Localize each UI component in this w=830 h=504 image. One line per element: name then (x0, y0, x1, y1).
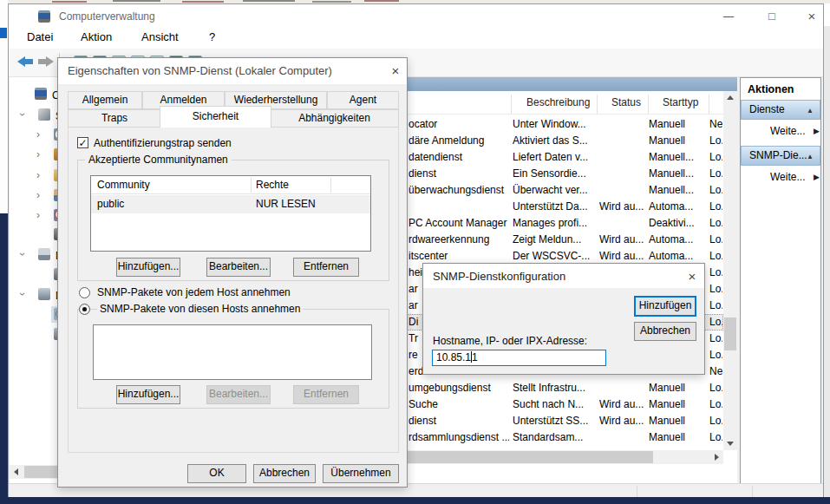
hosts-remove-button[interactable]: Entfernen (293, 385, 359, 404)
collapse-icon[interactable]: ▲ (807, 147, 814, 167)
column-header-status[interactable]: Status (611, 91, 660, 115)
community-edit-button[interactable]: Bearbeiten... (206, 258, 271, 277)
action-section-dienste[interactable]: Dienste▲ (741, 100, 820, 120)
chevron-right-icon[interactable]: › (36, 128, 40, 141)
community-column-header[interactable]: Community (97, 177, 245, 193)
tools-icon[interactable] (38, 108, 50, 121)
accept-these-hosts-radio[interactable] (79, 304, 90, 315)
service-row[interactable]: Unterstützt Da...Wird au...Automa...Lo..… (402, 199, 723, 215)
service-row[interactable]: PC Account ManagerManages profi...Deakti… (402, 215, 723, 232)
menu-item-help[interactable]: ? (206, 28, 223, 47)
community-table[interactable]: Community Rechte public NUR LESEN (90, 175, 371, 252)
snmp-config-dialog: SNMP-Dienstkonfiguration × Hinzufügen Ab… (422, 263, 705, 375)
service-cell-desc: Unter Window... (513, 116, 597, 133)
action-more-arrow-icon[interactable]: ▶ (814, 124, 820, 138)
hostname-value-before-caret: 10.85.1 (436, 351, 471, 363)
menu-item-ansicht[interactable]: Ansicht (138, 28, 197, 47)
service-row[interactable]: datendienstLiefert Daten v...Manuell...L… (402, 149, 723, 166)
status-bar-separator (637, 486, 637, 497)
services-h-scrollbar-thumb[interactable] (402, 451, 653, 463)
action-section-snmp[interactable]: SNMP-Die...▲ (741, 146, 820, 166)
action-more-item[interactable]: Weite... (770, 170, 814, 184)
apply-button[interactable]: Übernehmen (323, 464, 399, 483)
tab-sicherheit[interactable]: Sicherheit (160, 106, 271, 128)
services-v-scrollbar[interactable] (723, 91, 737, 450)
service-row[interactable]: rdwareerkennungZeigt Meldun...Wird au...… (402, 232, 723, 248)
hosts-edit-button[interactable]: Bearbeiten... (206, 385, 271, 404)
ok-button[interactable]: OK (187, 464, 246, 483)
cancel-button[interactable]: Abbrechen (253, 464, 316, 483)
tree-scroll-left-button[interactable] (10, 465, 23, 479)
rights-value: NUR LESEN (256, 196, 351, 213)
service-row[interactable]: ocatorUnter Window...ManuellNe... (402, 116, 723, 133)
auth-trap-checkbox[interactable]: ✓ (77, 137, 88, 148)
chevron-right-icon[interactable]: › (36, 148, 40, 160)
status-bar-separator (752, 486, 753, 497)
action-more-item[interactable]: Weite... (770, 124, 814, 138)
close-button[interactable]: × (796, 7, 827, 26)
forward-icon[interactable] (38, 54, 56, 69)
tab-traps[interactable]: Traps (68, 109, 161, 128)
column-header-starttyp[interactable]: Starttyp (663, 91, 721, 115)
backdrop-scribble-mark (52, 1, 87, 3)
community-table-row[interactable]: public NUR LESEN (91, 195, 370, 213)
chevron-down-icon[interactable]: › (16, 113, 29, 116)
actions-pane (740, 77, 821, 487)
service-cell-desc: Überwacht ver... (513, 182, 597, 199)
chevron-down-icon[interactable]: › (16, 252, 29, 256)
snmp-config-close-icon[interactable]: × (681, 265, 703, 286)
service-row[interactable]: rdsammlungsdienst ...Standardsam...Manue… (402, 429, 723, 446)
community-remove-button[interactable]: Entfernen (293, 258, 359, 277)
tab-allgemein[interactable]: Allgemein (68, 91, 142, 109)
services-scroll-down-button[interactable] (723, 436, 737, 450)
maximize-button[interactable]: □ (756, 7, 788, 26)
chevron-right-icon[interactable]: › (36, 209, 40, 221)
service-row[interactable]: überwachungsdienstÜberwacht ver...Manuel… (402, 182, 723, 199)
service-cell-logon: Lo... (709, 215, 722, 232)
chevron-down-icon[interactable]: › (16, 292, 29, 296)
tab-abhängigkeiten[interactable]: Abhängigkeiten (270, 109, 399, 128)
config-cancel-button[interactable]: Abbrechen (634, 322, 696, 341)
action-more-arrow-icon[interactable]: ▶ (814, 170, 820, 184)
rights-column-header[interactable]: Rechte (256, 177, 325, 193)
screen: Computerverwaltung — □ × Comp›Sys››››››D… (0, 0, 830, 504)
service-cell-desc: Sucht nach N... (513, 396, 597, 413)
services-scroll-up-button[interactable] (723, 91, 737, 105)
service-cell-name: überwachungsdienst (408, 182, 509, 199)
chevron-right-icon[interactable]: › (36, 169, 40, 181)
menu-item-aktion[interactable]: Aktion (77, 28, 129, 47)
service-row[interactable]: umgebungsdienstStellt Infrastru...Manuel… (402, 380, 723, 396)
menu-item-datei[interactable]: Datei (23, 28, 69, 47)
service-cell-logon: Lo... (709, 199, 722, 215)
storage-icon[interactable] (38, 248, 50, 260)
service-cell-start: Automa... (649, 199, 707, 215)
services-h-scrollbar[interactable] (402, 450, 723, 464)
back-icon[interactable] (17, 54, 35, 69)
accept-any-host-radio[interactable] (79, 287, 90, 298)
snmp-config-dialog-title[interactable]: SNMP-Dienstkonfiguration (423, 264, 704, 288)
service-row[interactable]: SucheSucht nach N...Wird au...ManuellLo.… (402, 396, 723, 413)
service-cell-logon: Lo... (709, 182, 722, 199)
community-add-button[interactable]: Hinzufügen... (116, 258, 180, 277)
services-scroll-right-button[interactable] (709, 450, 723, 464)
minimize-button[interactable]: — (713, 7, 744, 26)
hostname-input[interactable]: 10.85.11 (432, 350, 606, 366)
hosts-listbox[interactable] (93, 324, 372, 380)
snmp-properties-dialog-title[interactable]: Eigenschaften von SNMP-Dienst (Lokaler C… (58, 58, 407, 84)
chevron-right-icon[interactable]: › (36, 189, 40, 201)
config-add-button[interactable]: Hinzufügen (634, 296, 696, 317)
services-icon[interactable] (38, 288, 50, 300)
service-cell-logon: Lo... (709, 149, 722, 166)
computer-icon[interactable] (35, 88, 47, 100)
tab-agent[interactable]: Agent (327, 91, 399, 109)
community-table-header[interactable]: Community Rechte (91, 176, 370, 194)
service-row[interactable]: dienstEin Sensordie...Manuell...Lo... (402, 166, 723, 182)
services-v-scrollbar-thumb[interactable] (724, 317, 736, 350)
collapse-icon[interactable]: ▲ (807, 101, 814, 121)
hosts-add-button[interactable]: Hinzufügen... (116, 385, 180, 404)
service-cell-name: rdsammlungsdienst ... (408, 429, 509, 446)
snmp-properties-close-icon[interactable]: × (384, 60, 407, 82)
service-row[interactable]: dienstUnterstützt SS...Wird au...Manuell… (402, 413, 723, 429)
service-cell-desc: Standardsam... (513, 429, 597, 446)
service-row[interactable]: däre AnmeldungAktiviert das S...ManuellL… (402, 133, 723, 149)
